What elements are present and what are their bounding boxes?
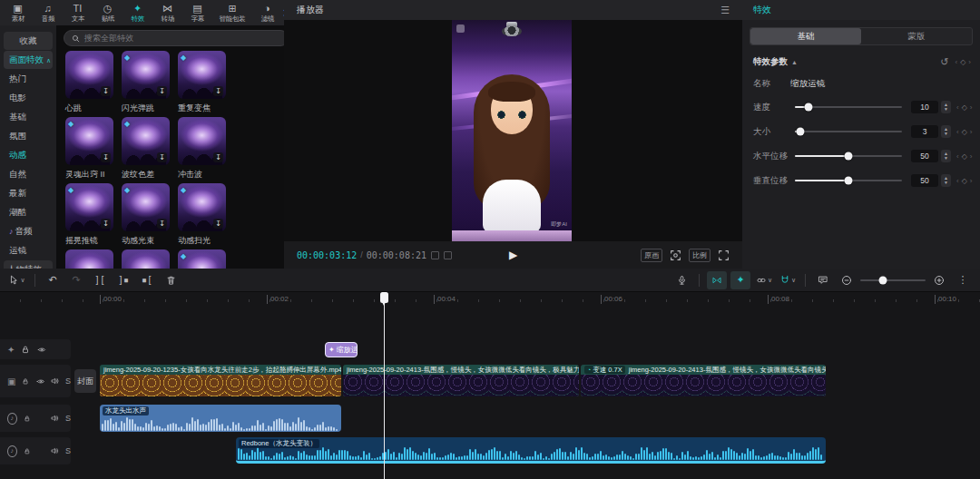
- speed-stepper[interactable]: ▲▼: [941, 101, 951, 113]
- download-icon[interactable]: ↧: [157, 219, 167, 229]
- effect-card-shake-push[interactable]: ◆↧ 摇晃推镜: [65, 183, 113, 247]
- size-stepper[interactable]: ▲▼: [941, 125, 951, 138]
- speaker-icon[interactable]: [51, 376, 59, 386]
- effect-card-dynamic-sweep[interactable]: ◆↧ 动感扫光: [178, 183, 226, 247]
- tab-caption[interactable]: ▤字幕: [183, 1, 211, 24]
- effect-card-partial[interactable]: ◆: [178, 249, 226, 269]
- effect-thumbnail[interactable]: ◆↧: [122, 51, 170, 99]
- playhead[interactable]: [384, 292, 385, 479]
- keyframe-next-icon[interactable]: ›: [970, 152, 973, 161]
- quality-badge[interactable]: 原画: [641, 249, 662, 262]
- keyframe-next-icon[interactable]: ›: [970, 103, 973, 112]
- timeline-zoom-slider[interactable]: [860, 279, 926, 281]
- select-tool-button[interactable]: ∨: [7, 271, 27, 289]
- sidebar-item-favorites[interactable]: 收藏: [4, 32, 53, 50]
- download-icon[interactable]: ↧: [157, 86, 167, 96]
- tab-text[interactable]: TI文本: [64, 1, 92, 24]
- tab-effects[interactable]: ✦特效: [123, 1, 152, 24]
- sidebar-item-atmosphere[interactable]: 氛围: [4, 127, 53, 145]
- sidebar-item-trendy[interactable]: 潮酷: [4, 203, 53, 221]
- sidebar-item-camera-move[interactable]: 运镜: [4, 241, 53, 259]
- player-menu-icon[interactable]: ☰: [720, 5, 730, 16]
- solo-button[interactable]: S: [65, 414, 71, 423]
- effect-thumbnail[interactable]: ◆↧: [65, 117, 113, 165]
- vertical-shift-stepper[interactable]: ▲▼: [941, 174, 951, 187]
- download-icon[interactable]: ↧: [157, 152, 167, 162]
- section-collapse-icon[interactable]: ▲: [791, 59, 798, 65]
- effect-thumbnail[interactable]: ↧: [178, 117, 226, 165]
- sidebar-item-movie[interactable]: 电影: [4, 89, 53, 107]
- sidebar-item-basic[interactable]: 基础: [4, 108, 53, 126]
- keyframe-diamond-icon[interactable]: ◇: [962, 152, 967, 161]
- ratio-badge[interactable]: 比例: [689, 249, 710, 262]
- keyframe-diamond-icon[interactable]: ◇: [960, 58, 965, 66]
- eye-icon[interactable]: [36, 377, 45, 386]
- timeline-more-icon[interactable]: ⋮: [953, 271, 973, 289]
- video-clip-2[interactable]: jimeng-2025-09-20-2413-氛围感，慢镜头，女孩微微低头看向镜…: [343, 365, 579, 396]
- download-icon[interactable]: ↧: [213, 152, 223, 162]
- effect-card-shockwave[interactable]: ↧ 冲击波: [178, 117, 226, 181]
- speaker-icon[interactable]: [51, 446, 59, 455]
- lock-icon[interactable]: [22, 376, 29, 386]
- keyframe-next-icon[interactable]: ›: [970, 128, 973, 136]
- delete-right-button[interactable]: ▪[: [137, 271, 157, 289]
- video-preview[interactable]: 即梦AI: [452, 20, 572, 243]
- effect-thumbnail[interactable]: [122, 249, 170, 269]
- effect-card-heartbeat[interactable]: ↧ 心跳: [65, 51, 113, 114]
- effect-thumbnail[interactable]: [65, 249, 113, 269]
- keyframe-prev-icon[interactable]: ‹: [956, 177, 959, 185]
- keyframe-diamond-icon[interactable]: ◇: [962, 128, 967, 136]
- keyframe-prev-icon[interactable]: ‹: [956, 128, 959, 136]
- tab-smart-pack[interactable]: ⊞智能包装: [213, 1, 251, 24]
- keyframe-diamond-icon[interactable]: ◇: [962, 177, 967, 185]
- redo-button[interactable]: ↷: [66, 271, 86, 289]
- effect-thumbnail[interactable]: ◆↧: [178, 183, 226, 231]
- cover-button[interactable]: 封面: [74, 369, 96, 393]
- timeline-comment-button[interactable]: [813, 271, 833, 289]
- keyframe-next-icon[interactable]: ›: [970, 177, 973, 185]
- sidebar-item-audio[interactable]: ♪音频: [4, 222, 53, 240]
- sidebar-item-nature[interactable]: 自然: [4, 165, 53, 183]
- delete-left-button[interactable]: ]▪: [113, 271, 133, 289]
- sidebar-item-newest[interactable]: 最新: [4, 184, 53, 202]
- zoom-in-button[interactable]: [929, 271, 949, 289]
- effect-thumbnail[interactable]: ◆↧: [122, 183, 170, 231]
- tab-filter[interactable]: ◑滤镜: [253, 1, 281, 24]
- audio-clip-water-sound[interactable]: 水龙头出水声: [100, 405, 341, 432]
- keyframe-prev-icon[interactable]: ‹: [956, 58, 958, 66]
- keyframe-next-icon[interactable]: ›: [968, 58, 971, 66]
- size-slider[interactable]: [795, 131, 902, 132]
- effect-clip[interactable]: ✦ 缩放运镜: [325, 342, 358, 357]
- sidebar-section-screen-effects[interactable]: 画面特效∧: [4, 51, 53, 69]
- effect-card-ripple-aberration[interactable]: ◆↧ 波纹色差: [122, 117, 170, 181]
- effect-thumbnail[interactable]: ◆↧: [178, 51, 226, 99]
- lock-icon[interactable]: [24, 446, 31, 456]
- sidebar-item-dynamic[interactable]: 动感: [4, 146, 53, 164]
- delete-button[interactable]: [161, 271, 181, 289]
- download-icon[interactable]: ↧: [101, 86, 111, 96]
- vertical-shift-value[interactable]: 50: [911, 174, 938, 187]
- split-button[interactable]: ][: [90, 271, 110, 289]
- link-toggle-button[interactable]: ∨: [754, 271, 774, 289]
- keyframe-prev-icon[interactable]: ‹: [956, 103, 959, 112]
- sidebar-item-hot[interactable]: 热门: [4, 70, 53, 88]
- video-clip-1[interactable]: jimeng-2025-09-20-1235-女孩看向水龙头往前走2步，抬起胳膊…: [100, 365, 341, 396]
- keyframe-prev-icon[interactable]: ‹: [956, 152, 959, 161]
- speaker-icon[interactable]: [51, 414, 59, 423]
- effect-card-partial[interactable]: [65, 249, 113, 269]
- tab-transition[interactable]: ⋈转场: [153, 1, 181, 24]
- tab-sticker[interactable]: ◷贴纸: [93, 1, 122, 24]
- solo-button[interactable]: S: [65, 376, 71, 386]
- horizontal-shift-value[interactable]: 50: [911, 150, 938, 162]
- download-icon[interactable]: ↧: [101, 219, 111, 229]
- effect-thumbnail[interactable]: ◆↧: [122, 117, 170, 165]
- tab-basic[interactable]: 基础: [750, 28, 861, 44]
- auto-snap-button[interactable]: ✦: [730, 271, 750, 289]
- tab-mask[interactable]: 蒙版: [861, 28, 972, 44]
- lock-icon[interactable]: [24, 414, 31, 424]
- effect-card-partial[interactable]: [122, 249, 170, 269]
- play-button[interactable]: ▶: [509, 249, 517, 261]
- download-icon[interactable]: ↧: [213, 86, 223, 96]
- main-track-magnet-button[interactable]: [707, 271, 727, 289]
- reset-icon[interactable]: ↺: [940, 56, 948, 68]
